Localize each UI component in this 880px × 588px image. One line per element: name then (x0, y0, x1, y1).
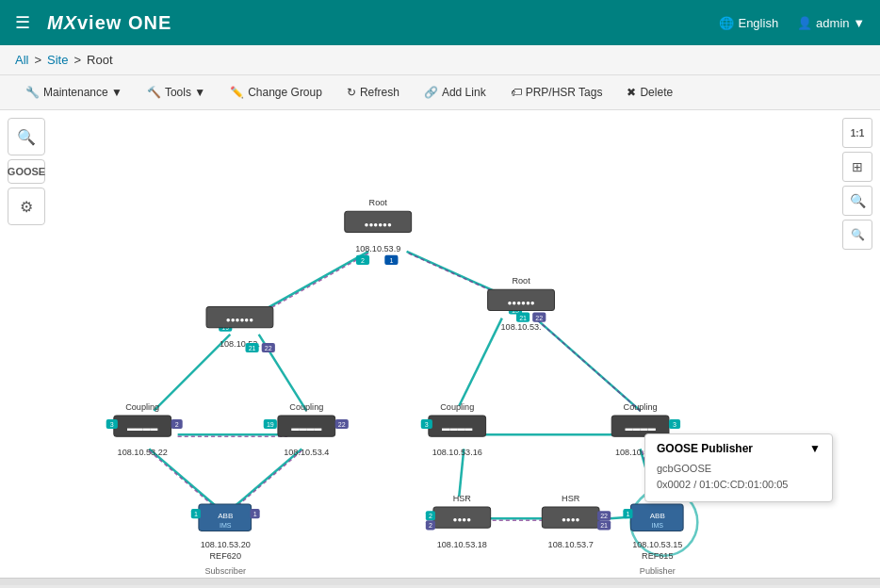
breadcrumb-site[interactable]: Site (47, 53, 68, 67)
breadcrumb-sep2: > (73, 53, 81, 67)
svg-text:22: 22 (600, 513, 608, 520)
svg-text:1: 1 (626, 511, 629, 518)
svg-text:HSR: HSR (562, 494, 580, 503)
svg-line-14 (235, 449, 301, 506)
wrench-icon: 🔧 (25, 86, 40, 99)
svg-text:●●●●: ●●●● (453, 515, 472, 524)
svg-text:108.10.53.: 108.10.53. (501, 322, 542, 332)
svg-text:1: 1 (253, 511, 257, 518)
svg-line-13 (149, 450, 216, 508)
svg-text:1: 1 (389, 257, 393, 265)
network-diagram: 2 1 19 13 ●●●●●● 108.10.53.9 Root ●●●●●●… (0, 110, 880, 578)
svg-text:Coupling: Coupling (125, 402, 159, 412)
link-icon: 🔗 (424, 86, 438, 99)
change-group-button[interactable]: ✏️ Change Group (220, 81, 333, 104)
svg-text:108.10.53.18: 108.10.53.18 (437, 540, 487, 549)
breadcrumb-root: Root (87, 53, 112, 67)
bottom-bar (0, 578, 880, 585)
refresh-button[interactable]: ↻ Refresh (336, 81, 410, 104)
svg-text:REF620: REF620 (210, 551, 241, 561)
svg-text:1: 1 (194, 511, 198, 518)
svg-text:108.10.53.7: 108.10.53.7 (548, 540, 594, 549)
svg-text:3: 3 (673, 421, 676, 429)
svg-text:Coupling: Coupling (440, 402, 474, 412)
breadcrumb-all[interactable]: All (15, 53, 28, 67)
username-label: admin ▼ (816, 16, 865, 30)
svg-text:IMS: IMS (220, 522, 232, 530)
maintenance-button[interactable]: 🔧 Maintenance ▼ (15, 81, 133, 104)
toolbar: 🔧 Maintenance ▼ 🔨 Tools ▼ ✏️ Change Grou… (0, 75, 880, 110)
svg-text:108.10.53.15: 108.10.53.15 (632, 540, 682, 549)
svg-text:●●●●●●: ●●●●●● (507, 298, 534, 306)
header-logo: ☰ MXview ONE (15, 12, 719, 34)
svg-text:108.10.53.16: 108.10.53.16 (432, 448, 482, 457)
app-logo: MXview ONE (47, 12, 171, 34)
header-right: 🌐 English 👤 admin ▼ (719, 16, 865, 30)
refresh-icon: ↻ (347, 86, 356, 99)
node-ref615[interactable]: ABB IMS 108.10.53.15 REF615 1 Publisher (623, 504, 683, 576)
node-coupling-22[interactable]: ▬▬▬▬ 108.10.53.22 Coupling 3 2 (106, 402, 183, 458)
node-hsr-18[interactable]: ●●●● 108.10.53.18 HSR 2 2 (426, 494, 491, 549)
svg-text:108.10.53.22: 108.10.53.22 (118, 448, 168, 457)
delete-icon: ✖ (627, 86, 636, 99)
svg-text:3: 3 (425, 421, 429, 429)
svg-text:HSR: HSR (453, 494, 472, 503)
language-button[interactable]: 🌐 English (719, 16, 778, 30)
svg-text:108.10.53.20: 108.10.53.20 (201, 540, 251, 549)
svg-text:2: 2 (429, 513, 432, 520)
goose-popup: GOOSE Publisher ▼ gcbGOOSE 0x0002 / 01:0… (644, 433, 833, 502)
globe-icon: 🌐 (719, 16, 734, 30)
user-button[interactable]: 👤 admin ▼ (797, 16, 865, 30)
node-hsr-7[interactable]: ●●●● 108.10.53.7 HSR 22 21 (542, 494, 611, 549)
node-coupling-16[interactable]: ▬▬▬▬ 108.10.53.16 Coupling 3 (421, 402, 486, 458)
svg-line-15 (235, 450, 301, 508)
svg-text:▬▬▬▬: ▬▬▬▬ (291, 424, 322, 433)
goose-popup-chevron[interactable]: ▼ (809, 442, 821, 455)
svg-text:21: 21 (600, 522, 608, 530)
svg-text:21: 21 (249, 345, 256, 352)
goose-publisher-title: GOOSE Publisher (657, 442, 753, 455)
svg-text:19: 19 (267, 421, 274, 429)
tag-icon: 🏷 (511, 86, 522, 99)
svg-text:108.10.53.9: 108.10.53.9 (355, 244, 400, 253)
svg-line-6 (459, 318, 502, 406)
hamburger-icon[interactable]: ☰ (15, 12, 30, 33)
language-label: English (738, 16, 778, 30)
svg-text:●●●●●●: ●●●●●● (365, 220, 392, 228)
svg-text:ABB: ABB (650, 512, 665, 520)
svg-text:21: 21 (519, 315, 527, 322)
svg-text:2: 2 (361, 257, 365, 265)
svg-text:22: 22 (338, 421, 346, 429)
svg-text:Publisher: Publisher (640, 566, 676, 576)
svg-text:●●●●: ●●●● (562, 515, 580, 524)
svg-text:Root: Root (369, 198, 388, 207)
node-ref620[interactable]: ABB IMS 108.10.53.20 REF620 1 1 Subscrib… (191, 504, 260, 576)
svg-text:Root: Root (512, 276, 530, 286)
tools-button[interactable]: 🔨 Tools ▼ (137, 81, 216, 104)
main-canvas: 🔍 GOOSE ⚙ 1:1 ⊞ 🔍 🔍 (0, 110, 880, 578)
header: ☰ MXview ONE 🌐 English 👤 admin ▼ (0, 0, 880, 45)
node-coupling-4[interactable]: ▬▬▬▬ 108.10.53.4 Coupling 19 22 (264, 402, 349, 458)
node-right-root[interactable]: ●●●●●● 108.10.53. Root (488, 276, 555, 332)
svg-text:ABB: ABB (218, 512, 233, 520)
goose-popup-row1: gcbGOOSE (657, 461, 821, 478)
pencil-icon: ✏️ (230, 86, 244, 99)
svg-text:Coupling: Coupling (624, 402, 658, 412)
breadcrumb-sep1: > (34, 53, 41, 67)
node-108-10-53-9[interactable]: ●●●●●● 108.10.53.9 Root (345, 198, 412, 253)
add-link-button[interactable]: 🔗 Add Link (414, 81, 497, 104)
delete-button[interactable]: ✖ Delete (616, 81, 683, 104)
svg-text:●●●●●●: ●●●●●● (226, 316, 253, 324)
prp-hsr-tags-button[interactable]: 🏷 PRP/HSR Tags (500, 81, 613, 104)
svg-text:22: 22 (535, 315, 543, 322)
tools-icon: 🔨 (147, 86, 161, 99)
svg-text:Subscriber: Subscriber (204, 566, 246, 576)
svg-text:▬▬▬▬: ▬▬▬▬ (127, 424, 158, 433)
svg-text:▬▬▬▬: ▬▬▬▬ (442, 424, 473, 433)
svg-text:2: 2 (429, 522, 432, 530)
goose-popup-row2: 0x0002 / 01:0C:CD:01:00:05 (657, 477, 821, 494)
svg-text:REF615: REF615 (642, 551, 673, 561)
svg-text:108.10.53.4: 108.10.53.4 (284, 448, 329, 457)
svg-line-12 (149, 449, 216, 506)
svg-text:22: 22 (265, 345, 272, 352)
